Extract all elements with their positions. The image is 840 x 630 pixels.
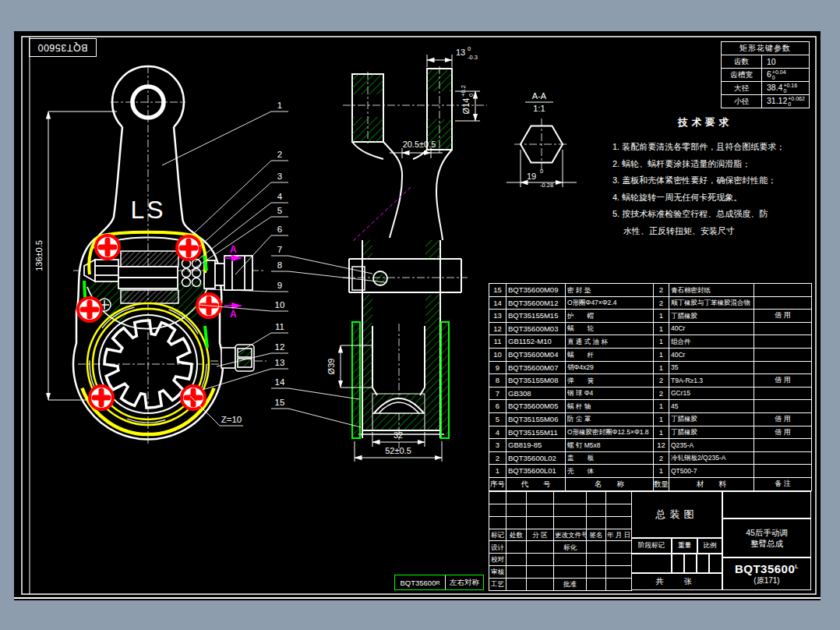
cad-viewer: { "colors":{"background":"#8d9dae","canv… <box>0 0 840 630</box>
scale-label: 比例 <box>697 538 722 554</box>
bom-row: 15 BQT35600M09 密 封 垫 2 青石棉密封纸 <box>489 284 812 297</box>
sheet-count-label: 共 张 <box>631 573 722 590</box>
corner-drawing-number: BQT35600 <box>29 38 97 57</box>
bom-row: 13 BQT35155M15 护 帽 1 丁腈橡胶 借 用 <box>489 310 812 323</box>
revision-row <box>489 504 632 516</box>
revision-row: 校对 <box>489 554 632 566</box>
symmetry-stamp: BQT35600R 左右对称 <box>394 575 484 590</box>
stage-box <box>684 554 697 573</box>
tech-line: 3. 盖板和壳体紧密性要好，确保密封性能； <box>612 172 840 189</box>
bom-row: 14 BQT35600M12 O形圈Φ47×Φ2.4 2 顺丁橡胶与丁苯橡胶混合… <box>489 296 812 310</box>
bom-row: 1 BQT35600L01 壳 体 1 QT500-7 <box>489 465 812 478</box>
stage-box <box>697 554 709 573</box>
revision-row: 设计 标化 <box>489 541 632 554</box>
tech-line: 4. 蜗轮旋转一周无任何卡死现象。 <box>612 189 840 207</box>
bom-row: 11 GB1152-M10 直 通 式 油 杯 1 组合件 <box>489 335 812 349</box>
spline-parameter-table: 矩形花键参数 齿数 10 齿槽宽 6+0.040 大径 38.4+0.160 小… <box>721 41 810 108</box>
bom-row: 2 BQT35600L02 盖 板 2 冷轧钢板2/Q235-A <box>489 451 812 465</box>
spline-row: 齿槽宽 6+0.040 <box>722 69 810 82</box>
revision-row: 标记处数 分 区更改文件号 签名年 月 日 <box>489 529 632 541</box>
company-box <box>722 491 811 519</box>
revision-block: 标记处数 分 区更改文件号 签名年 月 日 设计 标化 校对 审核 <box>489 491 632 591</box>
bom-row: 7 GB308 钢 球 Φ4 2 GCr15 <box>489 387 812 400</box>
symmetry-note: 左右对称 <box>445 575 483 589</box>
spline-row: 齿数 10 <box>722 55 810 69</box>
bom-row: 8 BQT35155M08 弹 簧 2 T9A-R≥1.3 借 用 <box>489 374 812 388</box>
product-name: 45后手动调 整臂总成 <box>722 519 811 557</box>
bom-row: 3 GB819-85 螺 钉 M5x8 12 Q235-A <box>489 439 812 452</box>
bom-row: 10 BQT35600M04 蜗 杆 1 40Cr <box>489 348 812 361</box>
spline-table-title: 矩形花键参数 <box>722 42 810 55</box>
bom-row: 4 BQT35155M11 O形橡胶密封圈Φ12.5×Φ1.8 1 丁腈橡胶 借… <box>489 426 812 439</box>
tech-title: 技术要求 <box>639 116 771 129</box>
symmetry-code: BQT35600R <box>395 575 445 589</box>
bom-header-row: 序号 代 号 名 称 数量 材 料 备 注 <box>489 477 812 490</box>
bom-row: 5 BQT35155M06 防 尘 罩 1 丁腈橡胶 借 用 <box>489 412 812 426</box>
revision-row <box>489 516 632 529</box>
assembly-type-label: 总装图 <box>631 491 722 538</box>
bom-row: 12 BQT35600M03 蜗 轮 1 40Cr <box>489 322 812 335</box>
revision-row: 审核 <box>489 566 632 579</box>
bom-table: 15 BQT35600M09 密 封 垫 2 青石棉密封纸 14 BQT3560… <box>489 283 812 491</box>
tech-line: 1. 装配前要清洗各零部件，且符合图纸要求； <box>612 139 840 156</box>
spline-row: 小径 31.12+0.0620 <box>722 95 810 108</box>
tech-line: 5. 按技术标准检验空行程、总成强度、防 <box>612 206 840 223</box>
tech-line: 2. 蜗轮、蜗杆要涂抹适量的润滑脂； <box>612 156 840 173</box>
revision-row: 工艺 批准 <box>489 578 632 590</box>
revision-row <box>489 492 632 504</box>
drawing-number: BQT35600L (原171) <box>722 557 811 590</box>
stage-box <box>631 554 672 573</box>
bom-row: 9 BQT35600M07 销Φ4x29 1 35 <box>489 361 812 374</box>
stage-box <box>672 554 684 573</box>
weight-label: 重量 <box>672 538 697 554</box>
spline-row: 大径 38.4+0.160 <box>722 82 810 95</box>
bom-row: 6 BQT35600M05 蜗 杆 轴 1 45 <box>489 400 812 413</box>
tech-line: 水性、正反转扭矩、安装尺寸 <box>612 223 840 240</box>
stage-box <box>709 554 722 573</box>
stage-mark-label: 阶段标记 <box>631 538 672 554</box>
technical-requirements: 技术要求 1. 装配前要清洗各零部件，且符合图纸要求；2. 蜗轮、蜗杆要涂抹适量… <box>612 116 840 239</box>
